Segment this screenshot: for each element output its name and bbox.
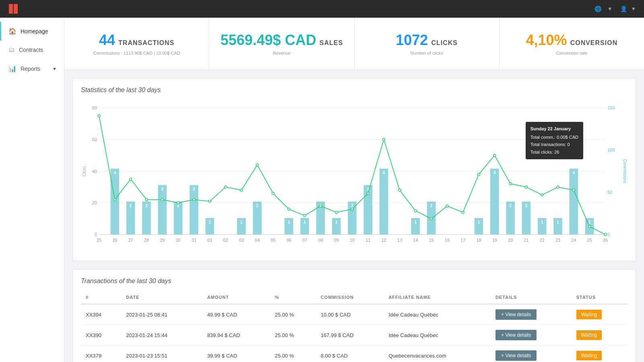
main-chart [81, 100, 627, 253]
status-badge: Waiting [576, 330, 602, 340]
sidebar-label-reports: Reports [21, 66, 40, 72]
table-row: XX394 2023-01-25 08:41 49.99 $ CAD 25.00… [81, 304, 627, 325]
main-content: 44 TRANSACTIONS Commissions : 1113.90$ C… [64, 18, 644, 362]
stat-transactions-label: TRANSACTIONS [118, 39, 174, 47]
stat-sales-number: 5569.49$ CAD [221, 32, 316, 49]
col-id: # [81, 291, 121, 304]
stat-conversion-number: 4,10% [526, 32, 567, 49]
stats-bar: 44 TRANSACTIONS Commissions : 1113.90$ C… [64, 18, 644, 70]
cell-details[interactable]: + View details [491, 325, 572, 346]
chart-title: Statistics of the last 30 days [81, 86, 627, 94]
table-header-row: # DATE AMOUNT % COMMISSION AFFILIATE NAM… [81, 291, 627, 304]
account-selector[interactable]: 👤 ▼ [620, 6, 636, 12]
account-chevron-icon: ▼ [631, 6, 636, 12]
user-icon: 👤 [620, 6, 627, 12]
site-chevron-icon: ▼ [607, 6, 612, 12]
cell-commission: 8.00 $ CAD [316, 346, 384, 362]
reports-icon: 📊 [8, 65, 17, 72]
stat-sales-top: 5569.49$ CAD SALES [221, 32, 343, 49]
col-commission: COMMISSION [316, 291, 384, 304]
col-amount: AMOUNT [202, 291, 270, 304]
cell-id: XX394 [81, 304, 121, 325]
sidebar-item-contracts[interactable]: 🗂 Contracts [0, 41, 64, 59]
stat-transactions-sub: Commissions : 1113.90$ CAD | 10.00$ CAD [93, 51, 180, 56]
transactions-body: XX394 2023-01-25 08:41 49.99 $ CAD 25.00… [81, 304, 627, 362]
brand-logo [8, 5, 18, 13]
stat-conversion-sub: Conversion rate [556, 51, 588, 56]
stat-sales-label: SALES [320, 39, 343, 47]
cell-amount: 39.99 $ CAD [202, 346, 270, 362]
stat-clicks-top: 1072 CLICKS [396, 32, 458, 49]
cell-amount: 49.99 $ CAD [202, 304, 270, 325]
contracts-icon: 🗂 [8, 46, 15, 53]
status-badge: Waiting [576, 310, 602, 319]
cell-percent: 25.00 % [270, 325, 316, 346]
stat-conversion-label: CONVERSION [570, 39, 618, 47]
stat-transactions: 44 TRANSACTIONS Commissions : 1113.90$ C… [64, 18, 209, 70]
sidebar-item-reports[interactable]: 📊 Reports ▼ [0, 59, 64, 78]
cell-affiliate: Idée Cadeau Québec [384, 325, 491, 346]
cell-percent: 25.00 % [270, 304, 316, 325]
stat-sales: 5569.49$ CAD SALES Revenue [209, 18, 354, 70]
home-icon: 🏠 [8, 27, 17, 35]
sidebar-label-contracts: Contracts [19, 47, 43, 53]
sidebar: 🏠 Homepage 🗂 Contracts 📊 Reports ▼ [0, 18, 64, 362]
cell-commission: 10.00 $ CAD [316, 304, 384, 325]
brand-prefix [9, 4, 13, 14]
sidebar-item-homepage[interactable]: 🏠 Homepage [0, 22, 64, 41]
transactions-section: Transactions of the last 30 days # DATE … [72, 269, 636, 362]
cell-amount: 839.94 $ CAD [202, 325, 270, 346]
cell-status: Waiting [572, 304, 627, 325]
cell-status: Waiting [572, 346, 627, 362]
table-row: XX390 2023-01-24 15:44 839.94 $ CAD 25.0… [81, 325, 627, 346]
stat-clicks-sub: Number of clicks [410, 51, 443, 56]
stat-clicks: 1072 CLICKS Number of clicks [355, 18, 500, 70]
cell-date: 2023-01-23 15:51 [121, 346, 202, 362]
stat-sales-sub: Revenue [273, 51, 291, 56]
cell-affiliate: Quebecenvacances.com [384, 346, 491, 362]
view-details-button[interactable]: + View details [495, 330, 537, 340]
top-nav: 🌐 ▼ 👤 ▼ [0, 0, 644, 18]
cell-affiliate: Idée Cadeau Québec [384, 304, 491, 325]
reports-chevron-icon: ▼ [52, 66, 57, 71]
cell-status: Waiting [572, 325, 627, 346]
cell-date: 2023-01-24 15:44 [121, 325, 202, 346]
site-selector[interactable]: 🌐 ▼ [594, 6, 612, 12]
cell-details[interactable]: + View details [491, 346, 572, 362]
col-details: DETAILS [491, 291, 572, 304]
col-status: STATUS [572, 291, 627, 304]
stat-transactions-number: 44 [99, 32, 115, 49]
col-affiliate: AFFILIATE NAME [384, 291, 491, 304]
cell-percent: 25.00 % [270, 346, 316, 362]
chart-section: Statistics of the last 30 days Sunday 22… [72, 78, 636, 261]
topnav-right: 🌐 ▼ 👤 ▼ [594, 6, 636, 12]
app-body: 🏠 Homepage 🗂 Contracts 📊 Reports ▼ 44 TR… [0, 18, 644, 362]
view-details-button[interactable]: + View details [495, 309, 537, 320]
transactions-table: # DATE AMOUNT % COMMISSION AFFILIATE NAM… [81, 291, 627, 362]
stat-clicks-label: CLICKS [431, 39, 458, 47]
cell-id: XX379 [81, 346, 121, 362]
table-row: XX379 2023-01-23 15:51 39.99 $ CAD 25.00… [81, 346, 627, 362]
stat-clicks-number: 1072 [396, 32, 428, 49]
cell-date: 2023-01-25 08:41 [121, 304, 202, 325]
cell-id: XX390 [81, 325, 121, 346]
cell-commission: 167.99 $ CAD [316, 325, 384, 346]
sidebar-label-homepage: Homepage [21, 28, 48, 35]
stat-conversion: 4,10% CONVERSION Conversion rate [500, 18, 644, 70]
cell-details[interactable]: + View details [491, 304, 572, 325]
chart-container: Sunday 22 January Total comm.: 0.00$ CAD… [81, 100, 627, 253]
globe-icon: 🌐 [594, 6, 601, 12]
status-badge: Waiting [576, 351, 602, 360]
transactions-title: Transactions of the last 30 days [81, 278, 627, 285]
stat-transactions-top: 44 TRANSACTIONS [99, 32, 174, 49]
col-date: DATE [121, 291, 202, 304]
brand-highlight [14, 4, 18, 14]
col-percent: % [270, 291, 316, 304]
stat-conversion-top: 4,10% CONVERSION [526, 32, 618, 49]
view-details-button[interactable]: + View details [495, 350, 537, 361]
